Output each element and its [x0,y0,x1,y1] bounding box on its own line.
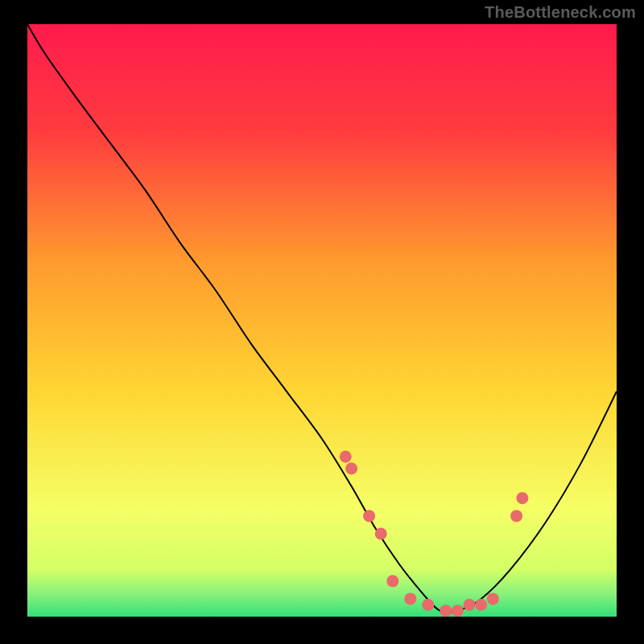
highlight-point [464,599,476,611]
highlight-point [386,575,398,587]
highlight-point [440,605,452,617]
highlight-point [340,451,352,463]
highlight-point [422,599,434,611]
highlight-point [516,492,528,504]
highlight-point [345,463,357,475]
highlight-point [487,592,499,605]
highlight-point [363,510,375,522]
chart-svg [27,24,617,617]
plot-area [27,24,617,617]
gradient-background [27,24,617,617]
chart-container: TheBottleneck.com [0,0,644,644]
highlight-point [452,605,464,617]
highlight-point [375,527,387,539]
highlight-point [404,592,416,605]
highlight-point [475,599,487,611]
watermark-text: TheBottleneck.com [485,3,636,22]
highlight-point [510,510,522,522]
